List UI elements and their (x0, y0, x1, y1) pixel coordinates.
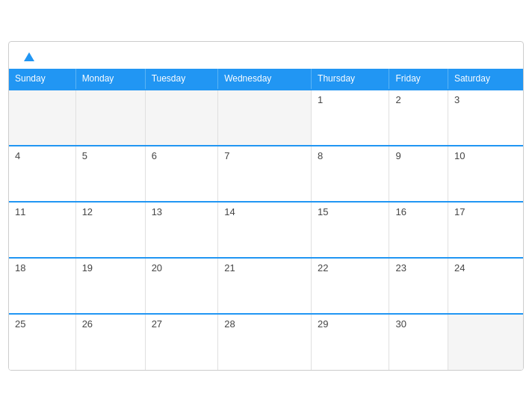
day-number: 20 (152, 262, 162, 274)
day-number: 3 (454, 94, 460, 105)
calendar-cell: 5 (75, 146, 145, 202)
day-number: 7 (224, 150, 229, 161)
day-header-wednesday: Wednesday (218, 69, 312, 90)
day-number: 14 (224, 206, 235, 217)
calendar-cell: 18 (9, 258, 75, 314)
day-number: 5 (82, 150, 87, 161)
week-row-4: 252627282930 (9, 314, 523, 370)
day-number: 10 (454, 150, 465, 161)
calendar-cell: 1 (312, 90, 389, 146)
day-number: 27 (152, 318, 162, 330)
day-number: 30 (395, 318, 406, 330)
day-number: 22 (318, 262, 328, 274)
day-header-sunday: Sunday (9, 69, 75, 90)
day-number: 25 (15, 318, 25, 330)
calendar-cell (9, 90, 75, 146)
day-number: 12 (82, 206, 93, 217)
logo-blue-text (24, 52, 37, 61)
calendar-cell: 19 (75, 258, 145, 314)
calendar-cell: 21 (218, 258, 312, 314)
day-number: 21 (224, 262, 235, 274)
week-row-2: 11121314151617 (9, 202, 523, 258)
calendar-cell: 17 (448, 202, 523, 258)
day-number: 17 (454, 206, 465, 217)
day-number: 23 (395, 262, 406, 274)
day-number: 4 (15, 150, 20, 161)
day-number: 9 (395, 150, 400, 161)
calendar-cell: 23 (389, 258, 448, 314)
day-number: 15 (318, 206, 328, 217)
day-number: 1 (318, 94, 323, 105)
day-number: 18 (15, 262, 25, 274)
calendar-cell: 10 (448, 146, 523, 202)
day-header-tuesday: Tuesday (145, 69, 218, 90)
calendar-cell (145, 90, 218, 146)
calendar-cell: 4 (9, 146, 75, 202)
day-number: 29 (318, 318, 328, 330)
calendar-header (9, 42, 523, 69)
calendar-cell (218, 90, 312, 146)
calendar-cell: 28 (218, 314, 312, 370)
week-row-3: 18192021222324 (9, 258, 523, 314)
calendar-cell: 16 (389, 202, 448, 258)
calendar-cell: 8 (312, 146, 389, 202)
day-header-thursday: Thursday (312, 69, 389, 90)
day-number: 13 (152, 206, 162, 217)
days-header-row: SundayMondayTuesdayWednesdayThursdayFrid… (9, 69, 523, 90)
day-header-saturday: Saturday (448, 69, 523, 90)
day-header-monday: Monday (75, 69, 145, 90)
day-number: 24 (454, 262, 465, 274)
calendar-cell: 11 (9, 202, 75, 258)
calendar-cell: 29 (312, 314, 389, 370)
week-row-1: 45678910 (9, 146, 523, 202)
calendar-cell: 3 (448, 90, 523, 146)
calendar-cell: 24 (448, 258, 523, 314)
calendar-cell (75, 90, 145, 146)
day-number: 6 (152, 150, 157, 161)
calendar-cell: 12 (75, 202, 145, 258)
day-number: 8 (318, 150, 323, 161)
calendar-cell: 6 (145, 146, 218, 202)
day-number: 26 (82, 318, 93, 330)
calendar-cell: 7 (218, 146, 312, 202)
calendar-cell (448, 314, 523, 370)
logo-area (24, 52, 37, 61)
week-row-0: 123 (9, 90, 523, 146)
calendar-cell: 22 (312, 258, 389, 314)
calendar-cell: 25 (9, 314, 75, 370)
day-number: 11 (15, 206, 25, 217)
calendar-cell: 13 (145, 202, 218, 258)
day-number: 16 (395, 206, 406, 217)
logo-triangle-icon (24, 52, 34, 61)
calendar-cell: 14 (218, 202, 312, 258)
calendar-cell: 15 (312, 202, 389, 258)
day-number: 28 (224, 318, 235, 330)
calendar-cell: 26 (75, 314, 145, 370)
day-header-friday: Friday (389, 69, 448, 90)
calendar-grid: SundayMondayTuesdayWednesdayThursdayFrid… (9, 69, 523, 370)
calendar-container: SundayMondayTuesdayWednesdayThursdayFrid… (8, 41, 524, 371)
calendar-cell: 9 (389, 146, 448, 202)
day-number: 2 (395, 94, 400, 105)
calendar-cell: 20 (145, 258, 218, 314)
day-number: 19 (82, 262, 93, 274)
calendar-cell: 2 (389, 90, 448, 146)
calendar-cell: 30 (389, 314, 448, 370)
calendar-cell: 27 (145, 314, 218, 370)
